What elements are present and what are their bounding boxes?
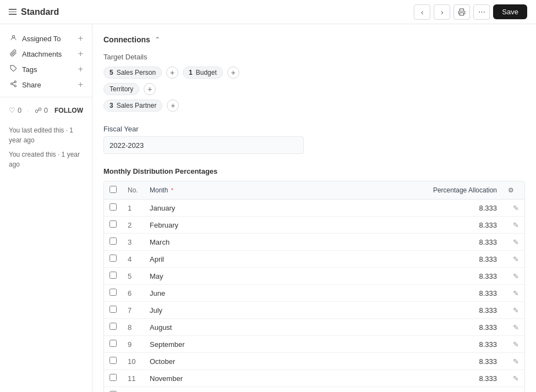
row-checkbox[interactable] — [110, 272, 117, 279]
sidebar-divider — [0, 97, 92, 97]
back-button[interactable]: ‹ — [414, 4, 430, 20]
row-no: 9 — [122, 336, 144, 353]
edit-icon[interactable]: ✎ — [513, 238, 519, 246]
sidebar-item-tags[interactable]: Tags + — [0, 62, 92, 77]
table-row: 8 August 8.333 ✎ — [104, 319, 524, 336]
row-edit-cell: ✎ — [502, 370, 524, 387]
row-month: January — [144, 200, 281, 217]
row-checkbox[interactable] — [110, 306, 117, 313]
svg-rect-0 — [460, 13, 464, 15]
header-left: Standard — [9, 7, 59, 17]
attachments-add-icon[interactable]: + — [78, 49, 83, 58]
row-checkbox[interactable] — [110, 255, 117, 262]
connections-header: Connections ⌃ — [103, 35, 525, 44]
row-month: December — [144, 387, 281, 393]
edit-icon[interactable]: ✎ — [513, 272, 519, 280]
header-actions: ⚙ — [502, 181, 524, 200]
edit-icon[interactable]: ✎ — [513, 374, 519, 383]
dot-separator: · — [27, 106, 29, 114]
row-pct: 8.333 — [281, 387, 502, 393]
row-month: August — [144, 319, 281, 336]
budget-count: 1 — [189, 69, 193, 76]
row-checkbox-cell — [104, 319, 122, 336]
forward-button[interactable]: › — [434, 4, 450, 20]
budget-add-button[interactable]: + — [227, 67, 239, 79]
heart-icon[interactable]: ♡ — [9, 106, 15, 114]
sidebar-social-actions: ♡ 0 · ☍ 0 FOLLOW — [0, 102, 92, 119]
row-checkbox-cell — [104, 387, 122, 393]
edit-icon[interactable]: ✎ — [513, 204, 519, 212]
row-checkbox[interactable] — [110, 340, 117, 347]
row-checkbox-cell — [104, 217, 122, 234]
row-pct: 8.333 — [281, 302, 502, 319]
table-settings-icon[interactable]: ⚙ — [508, 186, 514, 194]
row-checkbox[interactable] — [110, 374, 117, 381]
last-edited-text: You last edited this · 1 year ago — [9, 125, 83, 145]
connections-title: Connections — [103, 35, 150, 44]
tags-add-icon[interactable]: + — [78, 65, 83, 74]
row-pct: 8.333 — [281, 353, 502, 370]
edit-icon[interactable]: ✎ — [513, 289, 519, 297]
row-checkbox[interactable] — [110, 323, 117, 330]
territory-label: Territory — [110, 85, 133, 93]
svg-point-4 — [10, 83, 12, 85]
table-header-row: No. Month * Percentage Allocation — [104, 181, 524, 200]
sales-partner-add-button[interactable]: + — [167, 100, 179, 112]
sales-partner-tag[interactable]: 3 Sales Partner — [103, 100, 162, 112]
assigned-to-icon — [9, 34, 18, 43]
row-edit-cell: ✎ — [502, 302, 524, 319]
row-checkbox[interactable] — [110, 220, 117, 228]
sidebar-item-assigned-to[interactable]: Assigned To + — [0, 31, 92, 46]
row-month: November — [144, 370, 281, 387]
table-row: 2 February 8.333 ✎ — [104, 217, 524, 234]
row-checkbox[interactable] — [110, 289, 117, 296]
row-edit-cell: ✎ — [502, 285, 524, 302]
collapse-icon[interactable]: ⌃ — [155, 36, 160, 43]
row-edit-cell: ✎ — [502, 268, 524, 285]
budget-tag[interactable]: 1 Budget — [183, 67, 223, 79]
header-month: Month * — [144, 181, 281, 200]
row-no: 8 — [122, 319, 144, 336]
row-month: April — [144, 251, 281, 268]
save-button[interactable]: Save — [493, 4, 527, 19]
follow-button[interactable]: FOLLOW — [54, 107, 83, 114]
row-month: October — [144, 353, 281, 370]
sales-person-tag[interactable]: 5 Sales Person — [103, 67, 162, 79]
row-checkbox[interactable] — [110, 238, 117, 245]
row-month: July — [144, 302, 281, 319]
fiscal-year-value[interactable]: 2022-2023 — [103, 136, 304, 154]
comment-icon[interactable]: ☍ — [35, 106, 42, 114]
edit-icon[interactable]: ✎ — [513, 306, 519, 314]
edit-icon[interactable]: ✎ — [513, 357, 519, 366]
territory-add-button[interactable]: + — [144, 83, 156, 95]
row-pct: 8.333 — [281, 234, 502, 251]
row-month: February — [144, 217, 281, 234]
edit-icon[interactable]: ✎ — [513, 323, 519, 332]
table-row: 4 April 8.333 ✎ — [104, 251, 524, 268]
edit-icon[interactable]: ✎ — [513, 221, 519, 229]
tags-label: Tags — [22, 65, 37, 74]
territory-tag[interactable]: Territory — [103, 83, 139, 95]
row-edit-cell: ✎ — [502, 387, 524, 393]
edit-icon[interactable]: ✎ — [513, 340, 519, 349]
row-edit-cell: ✎ — [502, 234, 524, 251]
sidebar-item-attachments[interactable]: Attachments + — [0, 46, 92, 62]
sidebar-item-share[interactable]: Share + — [0, 77, 92, 92]
tag-row-1: 5 Sales Person + 1 Budget + — [103, 67, 525, 79]
sales-person-add-button[interactable]: + — [166, 67, 178, 79]
row-month: September — [144, 336, 281, 353]
share-add-icon[interactable]: + — [78, 80, 83, 89]
attachments-label: Attachments — [22, 50, 62, 58]
tag-row-3: 3 Sales Partner + — [103, 100, 525, 112]
select-all-checkbox[interactable] — [110, 186, 117, 193]
row-checkbox[interactable] — [110, 203, 117, 211]
assigned-to-add-icon[interactable]: + — [78, 34, 83, 43]
more-options-button[interactable]: ⋯ — [473, 4, 490, 20]
row-checkbox[interactable] — [110, 357, 117, 364]
menu-icon[interactable] — [9, 9, 17, 15]
print-button[interactable] — [453, 4, 470, 20]
edit-icon[interactable]: ✎ — [513, 255, 519, 263]
page-title: Standard — [21, 7, 59, 17]
row-checkbox-cell — [104, 234, 122, 251]
row-no: 6 — [122, 285, 144, 302]
